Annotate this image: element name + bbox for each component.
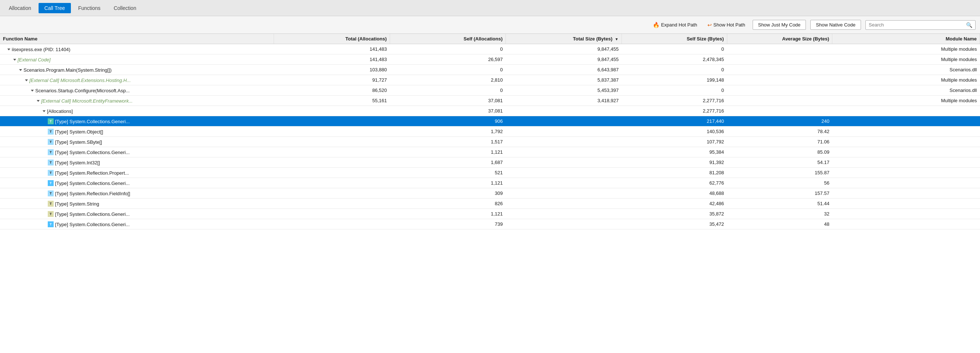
table-row[interactable]: Scenarios.Startup.Configure(Microsoft.As… — [0, 85, 980, 96]
cell-module: Multiple modules — [832, 54, 980, 65]
type-icon: T — [48, 149, 54, 155]
search-input[interactable] — [869, 22, 966, 27]
tab-collection[interactable]: Collection — [108, 3, 142, 13]
col-header-avg-size[interactable]: Average Size (Bytes) — [727, 34, 832, 44]
cell-self_alloc: 826 — [390, 198, 506, 209]
table-row[interactable]: T[Type] System.Collections.Generi...1,12… — [0, 147, 980, 157]
expand-triangle — [31, 90, 34, 91]
cell-avg_size: 56 — [727, 178, 832, 188]
fire-icon: 🔥 — [653, 22, 660, 28]
cell-self_size: 2,277,716 — [622, 96, 727, 106]
type-cell: T[Type] System.Collections.Generi... — [48, 149, 130, 155]
cell-module — [832, 147, 980, 157]
cell-total_alloc — [274, 147, 390, 157]
type-icon: T — [48, 221, 54, 227]
type-cell: T[Type] System.Collections.Generi... — [48, 211, 130, 217]
table-row[interactable]: iisexpress.exe (PID: 11404) 141,48309,84… — [0, 44, 980, 54]
table-row[interactable]: Scenarios.Program.Main(System.String[]) … — [0, 65, 980, 75]
col-header-module[interactable]: Module Name — [832, 34, 980, 44]
cell-self_size: 2,277,716 — [622, 106, 727, 116]
cell-total_size — [506, 168, 622, 178]
cell-module — [832, 106, 980, 116]
col-header-self-size[interactable]: Self Size (Bytes) — [622, 34, 727, 44]
cell-total_size: 3,418,927 — [506, 96, 622, 106]
function-label: [Type] System.Collections.Generi... — [55, 211, 130, 217]
table-row[interactable]: T[Type] System.Collections.Generi...1,12… — [0, 178, 980, 188]
expand-toggle[interactable]: [Allocations] — [43, 109, 73, 114]
expand-hot-path-button[interactable]: 🔥 Expand Hot Path — [650, 20, 700, 30]
show-hot-path-button[interactable]: ↩ Show Hot Path — [705, 21, 748, 29]
type-icon: T — [48, 211, 54, 217]
table-row[interactable]: T[Type] System.Collections.Generi...7393… — [0, 219, 980, 230]
expand-toggle[interactable]: Scenarios.Program.Main(System.String[]) — [19, 67, 112, 73]
function-label: [Type] System.Int32[] — [55, 160, 100, 166]
function-label: Scenarios.Startup.Configure(Microsoft.As… — [35, 88, 130, 93]
search-icon[interactable]: 🔍 — [966, 22, 972, 28]
col-header-function[interactable]: Function Name — [0, 34, 274, 44]
cell-avg_size: 155.87 — [727, 168, 832, 178]
cell-avg_size — [727, 106, 832, 116]
cell-self_size: 217,440 — [622, 116, 727, 126]
cell-avg_size — [727, 54, 832, 65]
function-label: Scenarios.Program.Main(System.String[]) — [24, 67, 112, 73]
table-row[interactable]: T[Type] System.SByte[]1,517107,79271.06 — [0, 137, 980, 147]
show-just-my-code-button[interactable]: Show Just My Code — [752, 20, 806, 30]
expand-toggle[interactable]: Scenarios.Startup.Configure(Microsoft.As… — [31, 88, 130, 93]
table-row[interactable]: T[Type] System.Collections.Generi...1,12… — [0, 209, 980, 219]
show-native-code-button[interactable]: Show Native Code — [810, 20, 861, 30]
cell-self_size: 0 — [622, 65, 727, 75]
tab-functions[interactable]: Functions — [72, 3, 107, 13]
cell-self_alloc: 309 — [390, 188, 506, 198]
data-table-container: Function Name Total (Allocations) Self (… — [0, 34, 980, 353]
table-row[interactable]: [Allocations] 37,0812,277,716 — [0, 106, 980, 116]
table-row[interactable]: [External Call] Microsoft.Extensions.Hos… — [0, 75, 980, 85]
table-row[interactable]: T[Type] System.Int32[]1,68791,39254.17 — [0, 157, 980, 168]
col-header-total-alloc[interactable]: Total (Allocations) — [274, 34, 390, 44]
expand-toggle[interactable]: [External Call] Microsoft.Extensions.Hos… — [25, 78, 131, 83]
expand-triangle — [25, 80, 28, 81]
tab-call-tree[interactable]: Call Tree — [38, 3, 71, 13]
cell-total_size — [506, 209, 622, 219]
function-label: [Type] System.Object[] — [55, 129, 103, 134]
cell-total_alloc: 91,727 — [274, 75, 390, 85]
cell-total_size — [506, 157, 622, 168]
col-header-self-alloc[interactable]: Self (Allocations) — [390, 34, 506, 44]
expand-toggle[interactable]: [External Code] — [13, 57, 51, 62]
cell-avg_size: 78.42 — [727, 126, 832, 137]
expand-toggle[interactable]: iisexpress.exe (PID: 11404) — [7, 47, 70, 52]
cell-module: Multiple modules — [832, 44, 980, 54]
table-row[interactable]: T[Type] System.Reflection.Propert...5218… — [0, 168, 980, 178]
cell-total_size — [506, 188, 622, 198]
cell-total_size: 9,847,455 — [506, 54, 622, 65]
type-icon: T — [48, 190, 54, 196]
cell-module — [832, 188, 980, 198]
cell-total_size — [506, 198, 622, 209]
cell-total_alloc — [274, 116, 390, 126]
table-row[interactable]: T[Type] System.Reflection.FieldInfo[]309… — [0, 188, 980, 198]
tab-allocation[interactable]: Allocation — [3, 3, 37, 13]
col-header-total-size[interactable]: Total Size (Bytes) ▼ — [506, 34, 622, 44]
type-cell: T[Type] System.Reflection.FieldInfo[] — [48, 190, 130, 196]
cell-module — [832, 178, 980, 188]
table-row[interactable]: [External Code] 141,48326,5979,847,4552,… — [0, 54, 980, 65]
cell-self_alloc: 1,517 — [390, 137, 506, 147]
cell-self_alloc: 1,687 — [390, 157, 506, 168]
table-row[interactable]: [External Call] Microsoft.EntityFramewor… — [0, 96, 980, 106]
cell-total_alloc: 141,483 — [274, 54, 390, 65]
table-row[interactable]: T[Type] System.Object[]1,792140,53678.42 — [0, 126, 980, 137]
cell-total_size: 5,837,387 — [506, 75, 622, 85]
type-icon: T — [48, 129, 54, 134]
search-box[interactable]: 🔍 — [865, 20, 975, 30]
type-cell: T[Type] System.Int32[] — [48, 160, 100, 166]
cell-self_size: 0 — [622, 85, 727, 96]
type-cell: T[Type] System.Collections.Generi... — [48, 221, 130, 227]
table-row[interactable]: T[Type] System.String82642,48651.44 — [0, 198, 980, 209]
cell-total_alloc — [274, 106, 390, 116]
table-row[interactable]: T[Type] System.Collections.Generi...9062… — [0, 116, 980, 126]
cell-self_size: 35,872 — [622, 209, 727, 219]
expand-toggle[interactable]: [External Call] Microsoft.EntityFramewor… — [37, 98, 133, 104]
type-icon: T — [48, 201, 54, 207]
cell-self_alloc: 1,121 — [390, 147, 506, 157]
expand-triangle — [7, 48, 10, 50]
cell-avg_size: 48 — [727, 219, 832, 230]
